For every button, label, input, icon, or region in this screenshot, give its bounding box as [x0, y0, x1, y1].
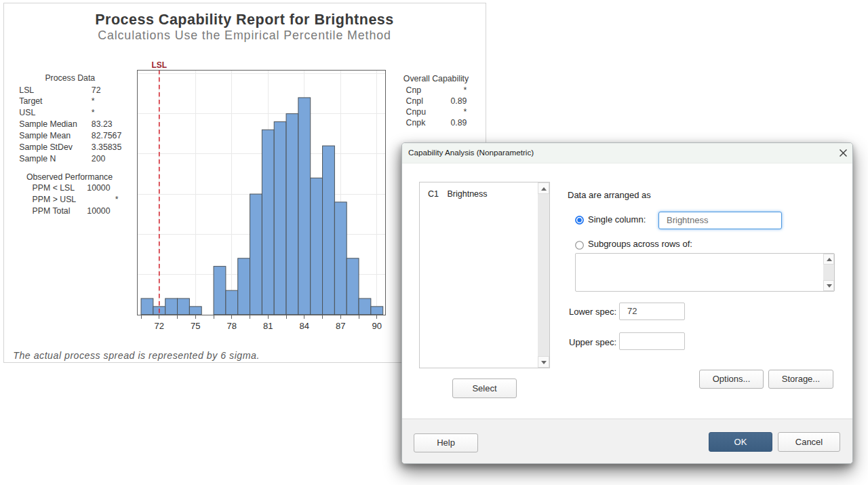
svg-text:Observed Performance: Observed Performance	[26, 172, 113, 182]
svg-text:LSL: LSL	[151, 60, 167, 70]
svg-text:Overall Capability: Overall Capability	[403, 74, 469, 83]
svg-text:81: 81	[263, 321, 273, 331]
svg-text:PPM > USL: PPM > USL	[33, 195, 77, 204]
svg-text:3.35835: 3.35835	[92, 142, 122, 152]
svg-text:*: *	[464, 107, 467, 117]
svg-text:Process Data: Process Data	[45, 73, 95, 83]
svg-text:0.89: 0.89	[450, 96, 467, 106]
svg-text:75: 75	[191, 321, 200, 331]
svg-text:Process Capability Report for: Process Capability Report for Brightness	[95, 12, 394, 28]
svg-text:The actual process spread is r: The actual process spread is represented…	[13, 350, 260, 361]
svg-text:72: 72	[92, 85, 101, 95]
svg-text:87: 87	[336, 321, 345, 331]
svg-text:Sample Median: Sample Median	[19, 119, 77, 129]
svg-text:Calculations Use the Empirical: Calculations Use the Empirical Percentil…	[98, 28, 391, 42]
svg-text:Target: Target	[19, 96, 43, 106]
svg-text:0.89: 0.89	[450, 118, 467, 128]
svg-text:72: 72	[155, 321, 164, 331]
svg-text:Cnpl: Cnpl	[406, 96, 423, 106]
svg-text:PPM < LSL: PPM < LSL	[33, 183, 75, 193]
svg-text:*: *	[92, 96, 95, 106]
svg-text:*: *	[115, 195, 119, 204]
svg-text:84: 84	[300, 321, 309, 331]
svg-text:10000: 10000	[87, 206, 110, 216]
svg-text:USL: USL	[19, 108, 35, 117]
svg-text:10000: 10000	[87, 183, 110, 193]
svg-text:Cnpu: Cnpu	[406, 107, 427, 117]
svg-text:83.23: 83.23	[92, 119, 113, 129]
svg-text:PPM Total: PPM Total	[33, 206, 71, 216]
svg-text:Sample Mean: Sample Mean	[19, 131, 71, 140]
svg-text:200: 200	[92, 154, 106, 163]
svg-text:78: 78	[227, 321, 237, 331]
svg-text:Sample StDev: Sample StDev	[19, 142, 73, 152]
svg-text:Cnp: Cnp	[406, 85, 422, 95]
svg-text:*: *	[464, 85, 467, 95]
svg-text:Cnpk: Cnpk	[406, 118, 427, 128]
svg-text:82.7567: 82.7567	[92, 131, 122, 140]
svg-text:90: 90	[372, 321, 382, 331]
svg-text:Sample N: Sample N	[19, 154, 56, 163]
svg-text:*: *	[92, 108, 95, 117]
svg-text:LSL: LSL	[19, 85, 34, 95]
